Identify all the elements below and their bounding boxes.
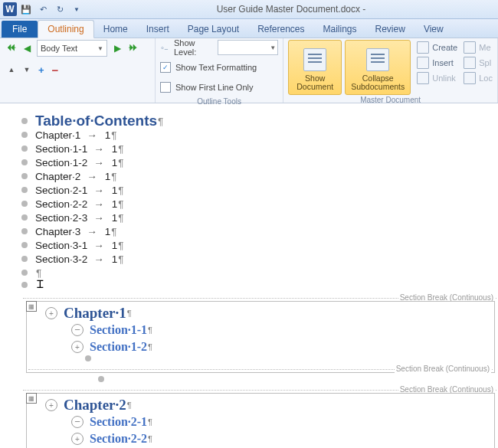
section-break: Section Break (Continuous) [28, 369, 493, 371]
body-bullet-icon [21, 282, 28, 288]
undo-icon[interactable]: ↶ [35, 2, 51, 17]
toc-title[interactable]: Table·of·Contents [35, 113, 157, 129]
tab-home[interactable]: Home [94, 21, 137, 38]
tab-view[interactable]: View [414, 21, 453, 38]
chapter-heading[interactable]: Chapter·2 [64, 397, 126, 414]
body-bullet-icon [21, 214, 28, 221]
insert-subdoc-button[interactable]: Insert [417, 55, 457, 70]
body-bullet-icon [21, 132, 28, 138]
create-subdoc-button[interactable]: Create [417, 40, 457, 55]
lock-subdoc-button[interactable]: Loc [464, 70, 493, 86]
section-break: Section Break (Continuous) [23, 390, 496, 391]
quick-access-toolbar: W 💾 ↶ ↻ ▼ [0, 2, 87, 17]
collapse-icon[interactable]: − [52, 64, 59, 77]
show-document-button[interactable]: Show Document [288, 40, 342, 95]
body-bullet-icon [21, 270, 28, 276]
body-bullet-icon [21, 256, 28, 262]
tab-outlining[interactable]: Outlining [38, 20, 93, 38]
expand-bullet-icon[interactable]: + [71, 341, 84, 353]
chapter-heading[interactable]: Chapter·1 [64, 305, 126, 322]
body-bullet-icon [21, 187, 28, 193]
show-first-line-only-checkbox[interactable] [160, 82, 171, 93]
split-icon [464, 57, 476, 69]
body-bullet-icon [21, 146, 28, 152]
outline-level-select[interactable]: Body Text ▼ [37, 40, 107, 57]
toc-entry[interactable]: Chapter·2→1¶ [21, 169, 498, 183]
redo-icon[interactable]: ↻ [52, 2, 67, 17]
body-bullet-icon [98, 376, 104, 382]
subdoc-handle-icon[interactable]: ▦ [26, 393, 37, 404]
show-level-select[interactable]: ▼ [218, 40, 278, 55]
body-bullet-icon [21, 228, 28, 234]
group-outline-right: ◦₋ Show Level: ▼ ✓ Show Text Formatting … [156, 38, 283, 103]
toc-entry[interactable]: Section·1-2→1¶ [21, 155, 498, 169]
save-icon[interactable]: 💾 [18, 2, 34, 17]
expand-bullet-icon[interactable]: + [71, 433, 84, 445]
body-bullet-icon [21, 118, 28, 124]
collapse-subdocuments-button[interactable]: Collapse Subdocuments [345, 40, 411, 95]
word-app-icon[interactable]: W [3, 2, 17, 16]
caret-down-icon: ▼ [97, 45, 103, 52]
expand-bullet-icon[interactable]: + [45, 307, 57, 319]
promote-to-heading1-icon[interactable]: ⯬ [5, 41, 18, 55]
toc-entry[interactable]: Section·3-1→1¶ [21, 238, 498, 252]
toc-entry[interactable]: Section·1-1→1¶ [21, 142, 498, 155]
section-heading[interactable]: Section·2-2 [90, 432, 147, 446]
tab-pagelayout[interactable]: Page Layout [179, 21, 248, 38]
show-level-icon: ◦₋ [160, 43, 169, 53]
tab-insert[interactable]: Insert [137, 21, 179, 38]
body-bullet-icon [21, 201, 28, 207]
subdoc-handle-icon[interactable]: ▦ [26, 301, 37, 312]
body-bullet-icon [21, 242, 28, 248]
demote-to-body-icon[interactable]: ⯮ [126, 41, 139, 55]
section-heading[interactable]: Section·2-1 [90, 415, 147, 429]
unlink-subdoc-button[interactable]: Unlink [417, 70, 457, 86]
merge-subdoc-button[interactable]: Me [464, 40, 493, 55]
toc-entry[interactable]: Section·2-3→1¶ [21, 211, 498, 224]
toc-entry[interactable]: Section·2-1→1¶ [21, 183, 498, 197]
expand-bullet-icon[interactable]: + [45, 399, 57, 411]
split-subdoc-button[interactable]: Spl [464, 55, 493, 70]
body-bullet-icon [21, 173, 28, 179]
show-level-label: Show Level: [174, 38, 213, 57]
ribbon-tabs: File Outlining Home Insert Page Layout R… [0, 19, 498, 38]
section-heading[interactable]: Section·1-1 [90, 323, 147, 337]
tab-mailings[interactable]: Mailings [314, 21, 366, 38]
collapse-bullet-icon[interactable]: − [71, 324, 84, 336]
subdocument[interactable]: ▦+Chapter·1¶−Section·1-1¶+Section·1-2¶Se… [26, 301, 495, 373]
move-up-icon[interactable]: ▲ [5, 63, 18, 77]
create-icon [417, 41, 429, 54]
tab-review[interactable]: Review [366, 21, 414, 38]
group-outline-left: ⯬ ◀ Body Text ▼ ▶ ⯮ ▲ ▼ + [0, 38, 156, 103]
tab-file[interactable]: File [2, 21, 38, 38]
ribbon: ⯬ ◀ Body Text ▼ ▶ ⯮ ▲ ▼ + [0, 38, 498, 103]
subdocument[interactable]: ▦+Chapter·2¶−Section·2-1¶+Section·2-2¶ [26, 393, 495, 448]
collapse-bullet-icon[interactable]: − [71, 416, 84, 428]
qat-caret-icon[interactable]: ▼ [69, 2, 84, 17]
insert-icon [417, 57, 429, 69]
show-text-formatting-label: Show Text Formatting [175, 63, 257, 72]
toc-entry[interactable]: Section·3-2→1¶ [21, 252, 498, 266]
merge-icon [464, 41, 476, 54]
toc-entry[interactable]: Chapter·3→1¶ [21, 224, 498, 238]
show-text-formatting-checkbox[interactable]: ✓ [160, 62, 171, 73]
outline-level-value: Body Text [41, 44, 77, 53]
document-body[interactable]: Table·of·Contents¶ Chapter·1→1¶Section·1… [0, 103, 498, 448]
promote-icon[interactable]: ◀ [20, 41, 34, 55]
group-master-document: Show Document Collapse Subdocuments Crea… [283, 38, 498, 103]
tab-references[interactable]: References [248, 21, 313, 38]
lock-icon [464, 72, 476, 84]
show-first-line-only-label: Show First Line Only [175, 83, 253, 92]
demote-icon[interactable]: ▶ [110, 41, 124, 55]
body-bullet-icon [85, 355, 91, 361]
show-document-icon [303, 48, 326, 71]
expand-icon[interactable]: + [38, 64, 44, 76]
body-bullet-icon [21, 159, 28, 165]
move-down-icon[interactable]: ▼ [20, 63, 34, 77]
unlink-icon [417, 72, 429, 84]
toc-entry[interactable]: Section·2-2→1¶ [21, 197, 498, 211]
section-heading[interactable]: Section·1-2 [90, 340, 147, 354]
document-title: User Guide Master Document.docx - [87, 4, 498, 15]
toc-entry[interactable]: Chapter·1→1¶ [21, 128, 498, 142]
section-break: Section Break (Continuous) [23, 298, 496, 299]
